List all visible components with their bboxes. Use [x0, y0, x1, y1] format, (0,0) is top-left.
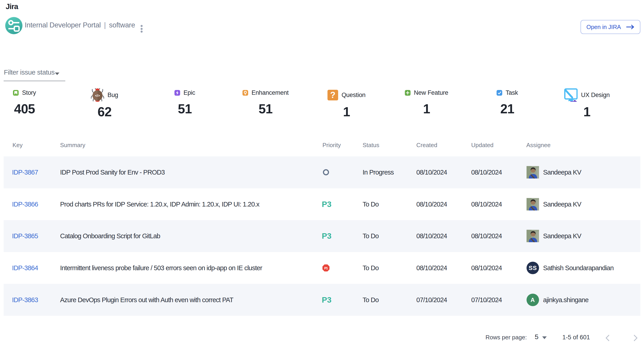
svg-text:</>: </>	[95, 94, 100, 97]
svg-text:P1: P1	[324, 266, 328, 270]
